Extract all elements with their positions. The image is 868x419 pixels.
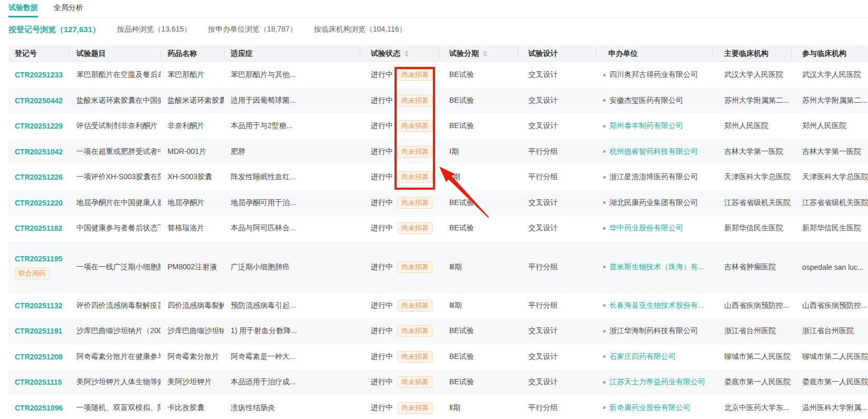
registration-link[interactable]: CTR20251132 — [15, 301, 62, 310]
design-cell: 交叉设计 — [518, 223, 596, 233]
phase-cell: Ⅲ期 — [439, 262, 518, 272]
trial-title-cell: 中国健康参与者餐后状态下单... — [68, 223, 161, 233]
indication-cell: 预防流感病毒引起... — [224, 301, 360, 310]
tab-global-analysis[interactable]: 全局分析 — [54, 0, 83, 17]
bullet-dot-icon — [603, 201, 606, 204]
table-row: CTR20251182 中国健康参与者餐后状态下单... 替格瑞洛片 本品与阿司… — [8, 216, 868, 241]
sponsor-name[interactable]: 长春海基亚生物技术股份有... — [609, 301, 704, 310]
col-header-indication: 适应症 — [224, 45, 360, 62]
drug-name-cell: 替格瑞洛片 — [161, 223, 224, 233]
subnav-by-variety[interactable]: 按品种浏览（13,615） — [117, 25, 191, 34]
part-org-cell: 娄底市第一人民医院 — [791, 377, 868, 387]
phase-cell: Ⅲ期 — [439, 301, 518, 310]
part-org-cell: 郑州人民医院 — [791, 121, 868, 131]
subnav-by-registration[interactable]: 按登记号浏览（127,631） — [8, 25, 100, 35]
phase-cell: BE试验 — [439, 70, 518, 80]
sponsor-name: 浙江星浩澎博医药有限公司 — [609, 172, 698, 182]
col-header-registration: 登记号 — [8, 45, 68, 62]
registration-cell: CTR20251042 — [8, 148, 68, 156]
main-org-cell: 武汉大学人民医院 — [712, 70, 791, 80]
part-org-cell: 山西省疾病预防控... — [791, 301, 868, 310]
bullet-dot-icon — [603, 227, 606, 230]
bullet-dot-icon — [603, 355, 606, 358]
table-row: CTR20251233 苯巴那酯片在空腹及餐后条件... 苯巴那酯片 苯巴那酯片… — [8, 62, 868, 88]
registration-cell: CTR20251115 — [8, 378, 68, 386]
drug-name-cell: 非奈利酮片 — [161, 121, 224, 131]
design-cell: 平行分组 — [518, 301, 596, 310]
main-org-cell: 浙江省台州医院 — [712, 326, 791, 336]
registration-link[interactable]: CTR20251115 — [15, 378, 62, 386]
registration-link[interactable]: CTR20251233 — [15, 71, 63, 79]
sponsor-name: 浙江华海制药科技有限公司 — [609, 326, 698, 336]
recruit-status-badge: 尚未招募 — [398, 197, 432, 209]
registration-link[interactable]: CTR20251220 — [15, 199, 63, 207]
registration-cell: CTR20251195 联合用药 — [8, 255, 68, 279]
sort-phase-icon[interactable] — [483, 48, 487, 59]
status-text: 进行中 — [371, 262, 393, 272]
trial-title-cell: 一项随机、双盲双模拟、阳性... — [68, 403, 161, 413]
part-org-cell: 聊城市第二人民医院 — [791, 352, 868, 362]
registration-link[interactable]: CTR20250442 — [15, 96, 63, 105]
design-cell: 平行分组 — [518, 262, 596, 272]
subnav-by-institution[interactable]: 按临床机构浏览（104,116） — [314, 25, 407, 34]
col-header-title: 试验题目 — [68, 45, 161, 62]
indication-cell: 适用于因葡萄球菌... — [224, 96, 360, 105]
phase-cell: BE试验 — [439, 121, 518, 131]
bullet-dot-icon — [603, 406, 606, 409]
registration-link[interactable]: CTR20251042 — [15, 148, 63, 156]
status-cell: 进行中 尚未招募 — [360, 351, 439, 363]
sort-status-icon[interactable] — [405, 48, 409, 59]
trial-title-cell: 一项评价XH-S003胶囊在阵发... — [68, 172, 161, 182]
table-row: CTR20251191 沙库巴曲缬沙坦钠片（200 mg... 沙库巴曲缬沙坦钠… — [8, 318, 868, 344]
sponsor-cell: 四川奥邦古得药业有限公司 — [596, 70, 712, 80]
registration-link[interactable]: CTR20251208 — [15, 353, 63, 361]
status-text: 进行中 — [371, 223, 393, 233]
trial-title-cell: 沙库巴曲缬沙坦钠片（200 mg... — [68, 326, 161, 336]
status-cell: 进行中 尚未招募 — [360, 300, 439, 311]
design-cell: 交叉设计 — [518, 326, 596, 336]
table-row: CTR20250442 盐酸米诺环素胶囊在中国健康... 盐酸米诺环素胶囊 适用… — [8, 88, 868, 114]
registration-link[interactable]: CTR20251096 — [15, 404, 63, 412]
sponsor-cell: 长春海基亚生物技术股份有... — [596, 301, 712, 310]
registration-link[interactable]: CTR20251229 — [15, 122, 63, 130]
status-text: 进行中 — [371, 326, 393, 336]
status-cell: 进行中 尚未招募 — [360, 197, 439, 209]
recruit-status-badge: 尚未招募 — [398, 351, 432, 363]
drug-name-cell: 四价流感病毒裂解... — [161, 301, 224, 310]
main-org-cell: 北京中医药大学东... — [712, 403, 791, 413]
status-text: 进行中 — [371, 147, 393, 157]
sponsor-name[interactable]: 石家庄四药有限公司 — [609, 352, 676, 362]
registration-link[interactable]: CTR20251182 — [15, 224, 62, 232]
indication-cell: 1) 用于射血分数降... — [224, 326, 360, 336]
recruit-status-badge: 尚未招募 — [398, 95, 432, 106]
sponsor-name[interactable]: 普米斯生物技术（珠海）有... — [609, 262, 704, 272]
sponsor-name[interactable]: 江苏天士力帝益药业有限公司 — [609, 377, 705, 387]
drug-name-cell: PM8002注射液 — [161, 262, 224, 272]
indication-cell: 广泛期小细胞肺癌 — [224, 262, 360, 272]
design-cell: 交叉设计 — [518, 121, 596, 131]
bullet-dot-icon — [603, 150, 606, 153]
subnav-by-sponsor[interactable]: 按申办单位浏览（18,787） — [208, 25, 297, 34]
sponsor-name[interactable]: 华中药业股份有限公司 — [609, 223, 683, 233]
part-org-cell: 天津医科大学总医院 — [791, 172, 868, 182]
status-cell: 进行中 尚未招募 — [360, 146, 439, 158]
status-text: 进行中 — [371, 198, 393, 208]
registration-link[interactable]: CTR20251226 — [15, 173, 63, 181]
sponsor-name[interactable]: 郑州泰丰制药有限公司 — [609, 121, 683, 131]
part-org-cell: 江苏省省级机关医院 — [791, 198, 868, 208]
sponsor-name[interactable]: 新奇康药业股份有限公司 — [609, 403, 691, 413]
tab-trial-data[interactable]: 试验数据 — [8, 0, 38, 17]
main-org-cell: 聊城市第二人民医院 — [712, 352, 791, 362]
part-org-cell: 浙江省台州医院 — [791, 326, 868, 336]
sponsor-name[interactable]: 杭州德睿智药科技有限公司 — [609, 147, 698, 157]
registration-link[interactable]: CTR20251191 — [15, 327, 62, 335]
recruit-status-badge: 尚未招募 — [398, 120, 432, 132]
main-org-cell: 山西省疾病预防控... — [712, 301, 791, 310]
trial-title-cell: 苯巴那酯片在空腹及餐后条件... — [68, 70, 161, 80]
phase-cell: Ⅰ期 — [439, 147, 518, 157]
recruit-status-badge: 尚未招募 — [398, 402, 432, 414]
table-row: CTR20251115 美阿沙坦钾片人体生物等效性... 美阿沙坦钾片 本品适用… — [8, 369, 868, 395]
status-text: 进行中 — [371, 172, 393, 182]
sponsor-cell: 杭州德睿智药科技有限公司 — [596, 147, 712, 157]
registration-link[interactable]: CTR20251195 — [15, 255, 62, 263]
